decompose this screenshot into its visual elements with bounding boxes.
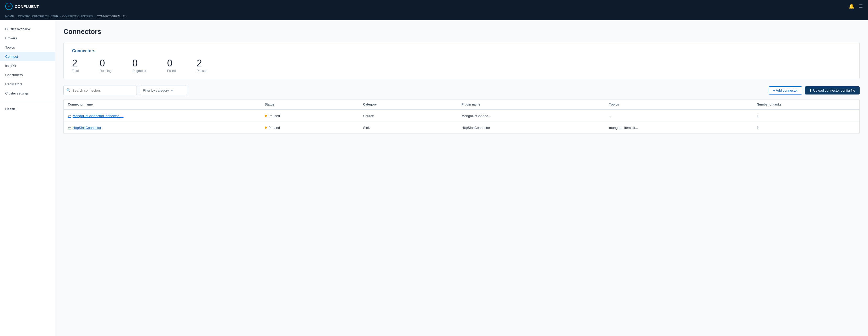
sidebar-label-topics: Topics <box>5 46 15 49</box>
app-layout: Cluster overview Brokers Topics Connect … <box>0 20 868 336</box>
stat-total: 2 Total <box>72 59 79 73</box>
connector-name-1: MongoDbConnectorConnector_... <box>72 114 123 118</box>
stat-paused-label: Paused <box>196 69 207 73</box>
sidebar-item-connect[interactable]: Connect <box>0 52 55 61</box>
search-input[interactable] <box>72 88 134 92</box>
connector-name-2: HttpSinkConnector <box>72 126 101 130</box>
connectors-table: Connector name Status Category Plugin na… <box>63 99 860 134</box>
connector-tasks-2: 1 <box>757 126 856 130</box>
connector-topics-2: mongodb.items.it... <box>609 126 756 130</box>
stat-running-label: Running <box>100 69 112 73</box>
connector-link-1[interactable]: ⇌ MongoDbConnectorConnector_... <box>68 114 265 118</box>
sidebar-label-health-plus: Health+ <box>5 107 17 111</box>
breadcrumb-sep-3: › <box>94 15 95 18</box>
sidebar-item-brokers[interactable]: Brokers <box>0 34 55 43</box>
connector-status-label-1: Paused <box>268 114 280 118</box>
sidebar-label-connect: Connect <box>5 55 18 59</box>
logo-icon: ✦ <box>5 3 12 10</box>
logo-text: CONFLUENT <box>15 4 39 9</box>
stat-paused: 2 Paused <box>196 59 207 73</box>
col-header-topics: Topics <box>609 103 756 106</box>
col-header-category: Category <box>363 103 462 106</box>
stat-paused-number: 2 <box>196 59 202 68</box>
add-connector-label: + Add connector <box>773 88 798 92</box>
stat-failed: 0 Failed <box>167 59 176 73</box>
sidebar-item-topics[interactable]: Topics <box>0 43 55 52</box>
add-connector-button[interactable]: + Add connector <box>769 86 802 94</box>
toolbar-right: + Add connector ⬆ Upload connector confi… <box>769 86 860 94</box>
sidebar-label-replicators: Replicators <box>5 82 22 86</box>
upload-connector-label: ⬆ Upload connector config file <box>809 88 855 92</box>
breadcrumb-current: CONNECT-DEFAULT <box>97 15 124 18</box>
breadcrumb-connect-clusters[interactable]: CONNECT CLUSTERS <box>62 15 93 18</box>
connector-status-1: Paused <box>265 114 363 118</box>
stat-total-label: Total <box>72 69 79 73</box>
filter-dropdown[interactable]: Filter by category ▾ <box>140 86 187 95</box>
sidebar-label-brokers: Brokers <box>5 36 17 40</box>
stat-total-number: 2 <box>72 59 77 68</box>
toolbar: 🔍 Filter by category ▾ + Add connector ⬆… <box>63 86 860 95</box>
bell-icon[interactable]: 🔔 <box>848 3 855 9</box>
connector-tasks-1: 1 <box>757 114 856 118</box>
connector-status-2: Paused <box>265 126 363 130</box>
main-content: Connectors Connectors 2 Total 0 Running … <box>55 20 868 336</box>
upload-connector-button[interactable]: ⬆ Upload connector config file <box>805 86 860 94</box>
status-dot-1 <box>265 115 267 117</box>
connector-category-2: Sink <box>363 126 462 130</box>
stats-card: Connectors 2 Total 0 Running 0 Degraded … <box>63 42 860 79</box>
sidebar: Cluster overview Brokers Topics Connect … <box>0 20 55 336</box>
table-header: Connector name Status Category Plugin na… <box>64 100 859 110</box>
connector-icon-1: ⇌ <box>68 114 71 118</box>
search-icon: 🔍 <box>66 88 71 92</box>
breadcrumb-sep-4: › <box>126 15 127 18</box>
connector-plugin-2: HttpSinkConnector <box>462 126 609 130</box>
stat-failed-label: Failed <box>167 69 176 73</box>
sidebar-item-replicators[interactable]: Replicators <box>0 80 55 89</box>
top-nav: ✦ CONFLUENT 🔔 ☰ <box>0 0 868 12</box>
stat-degraded-number: 0 <box>132 59 137 68</box>
sidebar-label-ksqldb: ksqlDB <box>5 64 16 68</box>
stats-row: 2 Total 0 Running 0 Degraded 0 Failed 2 <box>72 59 851 73</box>
connector-topics-1: -- <box>609 114 756 118</box>
sidebar-item-health-plus[interactable]: Health+ <box>0 105 55 114</box>
breadcrumb-home[interactable]: HOME <box>5 15 14 18</box>
menu-icon[interactable]: ☰ <box>859 3 863 9</box>
breadcrumb-sep-1: › <box>16 15 17 18</box>
col-header-tasks: Number of tasks <box>757 103 856 106</box>
col-header-plugin: Plugin name <box>462 103 609 106</box>
col-header-name: Connector name <box>68 103 265 106</box>
sidebar-label-consumers: Consumers <box>5 73 23 77</box>
sidebar-item-cluster-settings[interactable]: Cluster settings <box>0 89 55 98</box>
stat-degraded: 0 Degraded <box>132 59 146 73</box>
status-dot-2 <box>265 127 267 129</box>
stat-failed-number: 0 <box>167 59 173 68</box>
chevron-down-icon: ▾ <box>171 88 173 92</box>
sidebar-item-cluster-overview[interactable]: Cluster overview <box>0 24 55 34</box>
page-title: Connectors <box>63 28 860 36</box>
connector-icon-2: ⇌ <box>68 125 71 130</box>
col-header-status: Status <box>265 103 363 106</box>
logo[interactable]: ✦ CONFLUENT <box>5 3 39 10</box>
stats-card-title: Connectors <box>72 49 851 53</box>
sidebar-label-cluster-settings: Cluster settings <box>5 91 29 95</box>
breadcrumb: HOME › CONTROLCENTER.CLUSTER › CONNECT C… <box>0 12 868 20</box>
connector-plugin-1: MongoDbConnec... <box>462 114 609 118</box>
sidebar-label-cluster-overview: Cluster overview <box>5 27 30 31</box>
sidebar-item-consumers[interactable]: Consumers <box>0 71 55 80</box>
breadcrumb-cluster[interactable]: CONTROLCENTER.CLUSTER <box>18 15 58 18</box>
table-row: ⇌ MongoDbConnectorConnector_... Paused S… <box>64 110 859 122</box>
table-row: ⇌ HttpSinkConnector Paused Sink HttpSink… <box>64 122 859 134</box>
stat-running: 0 Running <box>100 59 112 73</box>
stat-running-number: 0 <box>100 59 105 68</box>
sidebar-item-ksqldb[interactable]: ksqlDB <box>0 61 55 71</box>
filter-label: Filter by category <box>143 88 169 92</box>
stat-degraded-label: Degraded <box>132 69 146 73</box>
connector-link-2[interactable]: ⇌ HttpSinkConnector <box>68 125 265 130</box>
connector-status-label-2: Paused <box>268 126 280 130</box>
breadcrumb-sep-2: › <box>60 15 61 18</box>
connector-category-1: Source <box>363 114 462 118</box>
search-input-wrap[interactable]: 🔍 <box>63 86 137 95</box>
